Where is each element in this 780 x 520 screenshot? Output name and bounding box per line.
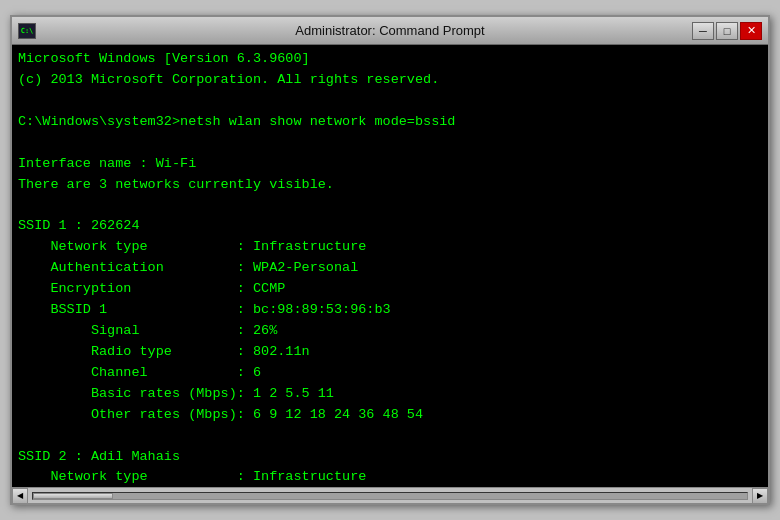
scroll-track-area (28, 488, 752, 503)
scroll-left-button[interactable]: ◀ (12, 488, 28, 504)
minimize-button[interactable]: ─ (692, 22, 714, 40)
title-bar-buttons: ─ □ ✕ (692, 22, 762, 40)
command-prompt-window: C:\ Administrator: Command Prompt ─ □ ✕ … (10, 15, 770, 505)
horizontal-scroll-thumb[interactable] (33, 493, 113, 499)
title-bar: C:\ Administrator: Command Prompt ─ □ ✕ (12, 17, 768, 45)
window-title: Administrator: Command Prompt (295, 23, 484, 38)
title-bar-left: C:\ (18, 23, 36, 39)
horizontal-scrollbar: ◀ ▶ (12, 487, 768, 503)
console-content: Microsoft Windows [Version 6.3.9600] (c)… (12, 45, 768, 487)
scroll-right-button[interactable]: ▶ (752, 488, 768, 504)
close-button[interactable]: ✕ (740, 22, 762, 40)
cmd-icon: C:\ (18, 23, 36, 39)
console-scroll[interactable]: Microsoft Windows [Version 6.3.9600] (c)… (12, 45, 768, 487)
console-area: Microsoft Windows [Version 6.3.9600] (c)… (12, 45, 768, 487)
horizontal-scroll-track[interactable] (32, 492, 748, 500)
maximize-button[interactable]: □ (716, 22, 738, 40)
